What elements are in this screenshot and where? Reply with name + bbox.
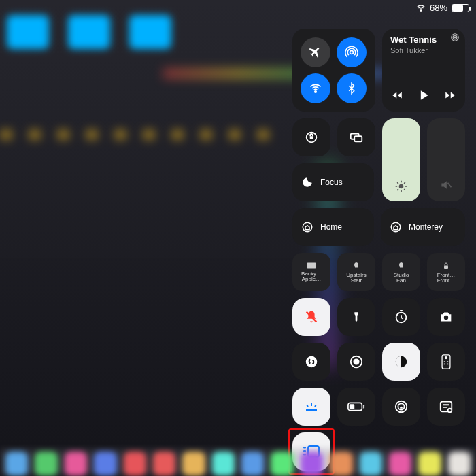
rotation-lock-icon xyxy=(304,130,319,145)
dock-app[interactable] xyxy=(212,452,235,476)
brightness-slider[interactable] xyxy=(382,118,420,201)
note-icon xyxy=(439,399,454,414)
svg-point-2 xyxy=(315,90,317,92)
shazam-button[interactable] xyxy=(292,343,330,381)
bluetooth-toggle[interactable] xyxy=(337,73,367,103)
focus-label: Focus xyxy=(320,177,343,187)
volume-slider[interactable] xyxy=(427,118,465,201)
lightbulb-icon xyxy=(352,261,360,271)
svg-rect-7 xyxy=(310,136,313,139)
svg-point-10 xyxy=(399,184,404,189)
wifi-icon xyxy=(309,82,322,95)
quick-note-button[interactable] xyxy=(427,388,465,426)
media-artist: Sofi Tukker xyxy=(390,46,437,54)
home-button[interactable]: Home xyxy=(292,208,374,246)
dock-app[interactable] xyxy=(35,452,57,476)
airdrop-icon xyxy=(345,46,358,59)
svg-point-27 xyxy=(444,364,445,365)
dock-app[interactable] xyxy=(271,452,293,476)
home-label: Home xyxy=(320,222,342,232)
next-track-button[interactable] xyxy=(444,89,456,101)
accessories-row: Backy…Apple… UpstairsStair StudioFan Fro… xyxy=(292,253,465,291)
dock-app[interactable] xyxy=(153,452,175,476)
battery-icon xyxy=(452,4,469,12)
svg-rect-15 xyxy=(444,265,448,269)
accessory-tile[interactable]: Front…Front… xyxy=(427,253,465,291)
moon-icon xyxy=(301,176,313,188)
lock-icon xyxy=(442,261,450,271)
timer-button[interactable] xyxy=(382,298,420,336)
home-room-button[interactable]: Monterey xyxy=(381,208,465,246)
status-bar: 68% xyxy=(416,3,469,13)
remote-icon xyxy=(441,354,451,369)
flashlight-button[interactable] xyxy=(337,298,375,336)
dock-app[interactable] xyxy=(65,452,87,476)
svg-point-24 xyxy=(445,356,447,359)
screen-mirroring-button[interactable] xyxy=(337,118,375,156)
dock-app[interactable] xyxy=(389,452,411,476)
prev-track-button[interactable] xyxy=(391,89,403,101)
airplane-icon xyxy=(309,46,322,59)
accessory-tile[interactable]: Backy…Apple… xyxy=(292,253,330,291)
silent-mode-button[interactable] xyxy=(292,298,330,336)
svg-rect-14 xyxy=(307,263,316,269)
bell-slash-icon xyxy=(304,309,319,324)
focus-button[interactable]: Focus xyxy=(292,163,374,201)
airdrop-toggle[interactable] xyxy=(337,37,367,67)
appletv-icon xyxy=(306,262,317,269)
camera-icon xyxy=(439,309,454,324)
dark-mode-button[interactable] xyxy=(382,343,420,381)
svg-point-21 xyxy=(354,359,358,364)
battery-percent: 68% xyxy=(430,3,447,13)
timer-icon xyxy=(394,309,409,324)
mute-icon xyxy=(439,178,453,192)
flashlight-icon xyxy=(351,309,362,324)
dock-app[interactable] xyxy=(5,452,28,476)
keyboard-brightness-button[interactable] xyxy=(292,388,330,426)
home-room-label: Monterey xyxy=(409,222,443,232)
svg-point-13 xyxy=(391,222,401,232)
dock-app[interactable] xyxy=(360,452,382,476)
svg-point-19 xyxy=(306,356,318,368)
shazam-icon xyxy=(304,354,319,369)
connectivity-group[interactable] xyxy=(292,29,375,112)
control-center: Wet Tennis Sofi Tukker Focus xyxy=(292,29,465,471)
svg-rect-9 xyxy=(354,136,362,141)
dock-app[interactable] xyxy=(182,452,205,476)
airplane-mode-toggle[interactable] xyxy=(301,37,330,67)
dock-app[interactable] xyxy=(330,452,352,476)
svg-line-11 xyxy=(448,183,452,188)
lightbulb-icon xyxy=(397,261,405,271)
bluetooth-icon xyxy=(345,82,358,95)
svg-point-12 xyxy=(303,222,312,232)
homekit-button[interactable] xyxy=(382,388,420,426)
record-icon xyxy=(349,354,364,369)
camera-button[interactable] xyxy=(427,298,465,336)
home-icon xyxy=(390,221,402,233)
media-controls[interactable]: Wet Tennis Sofi Tukker xyxy=(382,29,465,112)
svg-point-28 xyxy=(447,364,449,365)
wifi-toggle[interactable] xyxy=(301,73,330,103)
screen-mirror-icon xyxy=(349,130,364,145)
dock-app[interactable] xyxy=(241,452,264,476)
accessory-tile[interactable]: StudioFan xyxy=(382,253,420,291)
accessory-tile[interactable]: UpstairsStair xyxy=(337,253,375,291)
screen-record-button[interactable] xyxy=(337,343,375,381)
dock-app[interactable] xyxy=(418,452,441,476)
darkmode-icon xyxy=(394,354,409,369)
wifi-icon xyxy=(416,3,426,13)
orientation-lock-button[interactable] xyxy=(292,118,330,156)
dock xyxy=(0,449,476,476)
low-power-button[interactable] xyxy=(337,388,375,426)
dock-app[interactable] xyxy=(94,452,116,476)
dock-app[interactable] xyxy=(124,452,146,476)
svg-point-25 xyxy=(444,361,445,362)
svg-rect-30 xyxy=(363,405,364,409)
apple-tv-remote-button[interactable] xyxy=(427,343,465,381)
airplay-icon xyxy=(450,33,460,42)
dock-app[interactable] xyxy=(448,452,471,476)
svg-point-26 xyxy=(447,361,449,362)
play-button[interactable] xyxy=(417,88,430,102)
brightness-icon xyxy=(394,180,408,193)
dock-app[interactable] xyxy=(301,452,323,476)
